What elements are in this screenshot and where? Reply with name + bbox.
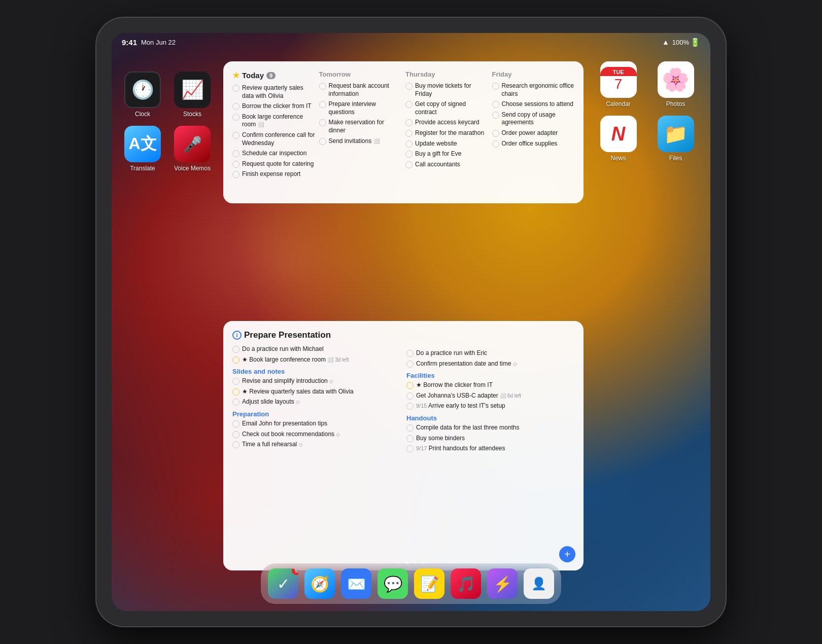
- status-bar: 9:41 Mon Jun 22 ▲ 100% 🔋: [112, 33, 710, 51]
- task-item[interactable]: Request quote for catering: [232, 160, 315, 168]
- dock-reminders[interactable]: ✓ 9: [268, 568, 298, 599]
- voicememos-app-icon[interactable]: 🎤 Voice Memos: [172, 126, 213, 172]
- task-text: Send copy of usage agreements: [502, 111, 575, 127]
- task-text: Review quarterly sales data with Olivia: [242, 84, 315, 100]
- task-item[interactable]: Send copy of usage agreements: [492, 111, 575, 127]
- task-item[interactable]: Update website: [405, 140, 488, 148]
- task-item[interactable]: Request bank account information: [319, 82, 402, 98]
- task-text: Book large conference room ⬜: [242, 113, 315, 129]
- task-item[interactable]: Schedule car inspection: [232, 150, 315, 158]
- task-item[interactable]: Revise and simplify introduction ◇: [232, 377, 400, 385]
- task-item[interactable]: Get copy of signed contract: [405, 100, 488, 116]
- task-item[interactable]: Make reservation for dinner: [319, 119, 402, 134]
- dock-shortcuts[interactable]: ⚡: [487, 568, 518, 599]
- dock-mail[interactable]: ✉️: [341, 568, 371, 599]
- ipad-screen: 9:41 Mon Jun 22 ▲ 100% 🔋 🕐 Clo: [112, 33, 710, 611]
- top-right-app-icons: TUE 7 Calendar 🌸 Photos N: [594, 61, 700, 311]
- clock-icon: 🕐: [124, 71, 161, 108]
- task-circle: [406, 403, 414, 410]
- task-item[interactable]: Call accountants: [405, 161, 488, 169]
- task-item[interactable]: 9/17 Print handouts for attendees: [406, 445, 574, 453]
- reminders-widget: ★ Today 9 Review quarterly sales data wi…: [223, 61, 584, 203]
- clock-app-icon[interactable]: 🕐 Clock: [122, 71, 163, 118]
- task-circle: [232, 85, 239, 92]
- task-item[interactable]: Finish expense report: [232, 170, 315, 178]
- task-item[interactable]: Book large conference room ⬜: [232, 113, 315, 129]
- task-text: Provide access keycard: [415, 119, 488, 127]
- task-text: Adjust slide layouts ◇: [242, 398, 400, 406]
- dock-cardhop[interactable]: 👤: [524, 568, 554, 599]
- task-item[interactable]: Choose sessions to attend: [492, 100, 575, 109]
- task-item[interactable]: Research ergonomic office chairs: [492, 82, 575, 98]
- task-text: Get copy of signed contract: [415, 100, 488, 116]
- task-text: Register for the marathon: [415, 129, 488, 137]
- task-item[interactable]: Order power adapter: [492, 129, 575, 137]
- task-text: 9/17 Print handouts for attendees: [416, 445, 574, 453]
- task-circle: [405, 101, 413, 108]
- reminders-thursday-col: Thursday Buy movie tickets for Friday Ge…: [405, 70, 488, 194]
- task-text: Choose sessions to attend: [502, 100, 575, 109]
- task-circle: [406, 435, 414, 442]
- task-item[interactable]: Compile data for the last three months: [406, 424, 574, 432]
- task-circle: [405, 119, 413, 126]
- task-item[interactable]: Time a full rehearsal ◇: [232, 441, 400, 449]
- photos-app-icon[interactable]: 🌸 Photos: [651, 61, 700, 108]
- task-item[interactable]: Borrow the clicker from IT: [232, 102, 315, 111]
- thursday-header: Thursday: [405, 70, 488, 78]
- task-text: Revise and simplify introduction ◇: [242, 377, 400, 385]
- task-circle: [232, 103, 239, 110]
- task-item[interactable]: Prepare interview questions: [319, 100, 402, 116]
- task-text: Confirm presentation date and time ◇: [416, 360, 574, 368]
- files-label: Files: [669, 155, 682, 162]
- today-header: ★ Today 9: [232, 70, 315, 80]
- task-text: 9/15 Arrive early to test IT's setup: [416, 402, 574, 410]
- task-item[interactable]: Get Johanna's USB-C adapter ⬜ 6d left: [406, 392, 574, 400]
- prepare-presentation-widget: i Prepare Presentation Do a practice run…: [223, 321, 584, 570]
- task-item[interactable]: Register for the marathon: [405, 129, 488, 137]
- dock-safari[interactable]: 🧭: [304, 568, 335, 599]
- task-item[interactable]: Email John for presentation tips: [232, 420, 400, 428]
- task-item[interactable]: 9/15 Arrive early to test IT's setup: [406, 402, 574, 410]
- cardhop-dock-icon: 👤: [524, 568, 554, 599]
- calendar-day-number: 7: [614, 76, 623, 92]
- task-item[interactable]: Review quarterly sales data with Olivia: [232, 84, 315, 100]
- translate-app-icon[interactable]: A文 Translate: [122, 126, 163, 172]
- info-icon: i: [232, 331, 242, 340]
- task-item[interactable]: Do a practice run with Michael: [232, 345, 400, 353]
- stocks-app-icon[interactable]: 📈 Stocks: [172, 71, 213, 118]
- task-item[interactable]: ★ Borrow the clicker from IT: [406, 381, 574, 389]
- task-item[interactable]: Provide access keycard: [405, 119, 488, 127]
- task-item[interactable]: ★ Book large conference room ⬜ 3d left: [232, 356, 400, 364]
- task-text: Time a full rehearsal ◇: [242, 441, 400, 449]
- dock-notes[interactable]: 📝: [414, 568, 444, 599]
- task-item[interactable]: ★ Review quarterly sales data with Olivi…: [232, 388, 400, 396]
- news-app-icon[interactable]: N News: [594, 116, 643, 162]
- task-circle: [319, 119, 326, 126]
- task-item[interactable]: Do a practice run with Eric: [406, 349, 574, 357]
- task-item[interactable]: Buy movie tickets for Friday: [405, 82, 488, 98]
- task-item[interactable]: Send invitations ⬜: [319, 137, 402, 146]
- task-text: Buy movie tickets for Friday: [415, 82, 488, 98]
- facilities-section-label: Facilities: [406, 372, 574, 379]
- task-item[interactable]: Buy some binders: [406, 435, 574, 443]
- reminders-dock-icon: ✓ 9: [268, 568, 298, 599]
- task-text: Do a practice run with Eric: [416, 349, 574, 357]
- dock-messages[interactable]: 💬: [378, 568, 408, 599]
- task-circle: [319, 83, 326, 90]
- task-circle: [405, 151, 413, 158]
- add-task-button[interactable]: +: [559, 546, 575, 562]
- calendar-app-icon[interactable]: TUE 7 Calendar: [594, 61, 643, 108]
- files-app-icon[interactable]: 📁 Files: [651, 116, 700, 162]
- dock-music[interactable]: 🎵: [451, 568, 481, 599]
- task-item[interactable]: Order office supplies: [492, 140, 575, 148]
- slides-section-label: Slides and notes: [232, 368, 400, 375]
- task-item[interactable]: Adjust slide layouts ◇: [232, 398, 400, 406]
- task-item[interactable]: Confirm presentation date and time ◇: [406, 360, 574, 368]
- task-item[interactable]: Buy a gift for Eve: [405, 150, 488, 158]
- files-icon: 📁: [658, 116, 694, 152]
- task-item[interactable]: Check out book recommendations ◇: [232, 431, 400, 439]
- task-item[interactable]: Confirm conference call for Wednesday: [232, 131, 315, 147]
- task-text: ★ Review quarterly sales data with Olivi…: [242, 388, 400, 396]
- task-circle: [405, 161, 413, 168]
- task-circle: [232, 150, 239, 157]
